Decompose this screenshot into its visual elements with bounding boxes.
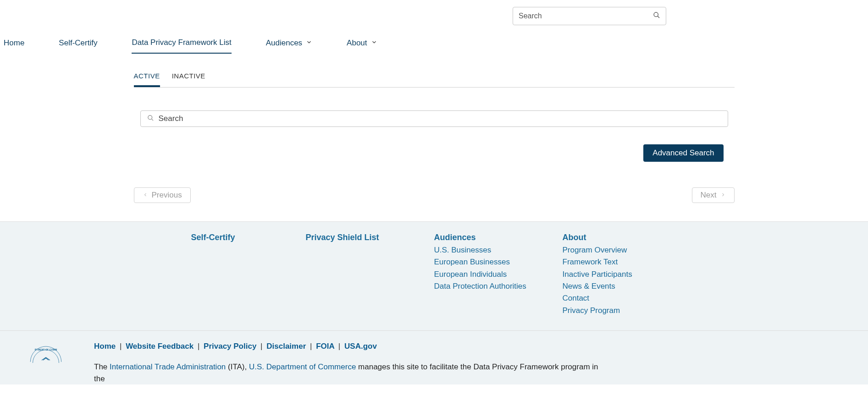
bottom-link-doc[interactable]: U.S. Department of Commerce [249, 362, 356, 371]
footer-link-us-businesses[interactable]: U.S. Businesses [434, 244, 563, 256]
footer-col-privacy-shield: Privacy Shield List [306, 233, 434, 317]
separator: | [310, 342, 312, 351]
svg-line-1 [658, 16, 659, 18]
top-search-input[interactable] [519, 12, 653, 20]
footer-link-contact[interactable]: Contact [563, 292, 677, 304]
footer-col-self-certify: Self-Certify [191, 233, 306, 317]
chevron-down-icon [371, 38, 377, 48]
nav-dpf-list[interactable]: Data Privacy Framework List [132, 38, 231, 54]
chevron-right-icon [720, 191, 726, 200]
bottom-bar: RTMENT OF COMM Home | Website Feedback |… [0, 330, 868, 384]
footer-self-certify-title[interactable]: Self-Certify [191, 233, 306, 242]
bottom-link-privacy-policy[interactable]: Privacy Policy [204, 342, 256, 351]
main-nav: Home Self-Certify Data Privacy Framework… [0, 29, 868, 54]
separator: | [338, 342, 340, 351]
footer-link-news-events[interactable]: News & Events [563, 280, 677, 292]
previous-label: Previous [152, 191, 182, 200]
svg-line-3 [151, 119, 153, 121]
next-button[interactable]: Next [692, 187, 735, 203]
svg-point-0 [654, 12, 658, 16]
footer-privacy-shield-title[interactable]: Privacy Shield List [306, 233, 434, 242]
footer: Self-Certify Privacy Shield List Audienc… [0, 221, 868, 330]
previous-button[interactable]: Previous [134, 187, 191, 203]
bottom-link-usagov[interactable]: USA.gov [344, 342, 377, 351]
svg-point-2 [148, 115, 152, 119]
bottom-link-home[interactable]: Home [94, 342, 116, 351]
bottom-links-row: Home | Website Feedback | Privacy Policy… [94, 342, 598, 351]
bottom-paragraph: The International Trade Administration (… [94, 361, 598, 384]
list-search-input[interactable] [159, 114, 721, 123]
nav-label: About [347, 38, 367, 48]
commerce-seal-icon: RTMENT OF COMM [25, 342, 66, 365]
nav-about[interactable]: About [347, 38, 377, 54]
nav-label: Home [4, 38, 24, 48]
top-search-container[interactable] [513, 7, 666, 25]
nav-audiences[interactable]: Audiences [266, 38, 312, 54]
footer-link-privacy-program[interactable]: Privacy Program [563, 305, 677, 317]
footer-link-european-businesses[interactable]: European Businesses [434, 256, 563, 268]
tab-inactive[interactable]: INACTIVE [172, 66, 205, 87]
search-icon [147, 115, 154, 123]
footer-col-audiences: Audiences U.S. Businesses European Busin… [434, 233, 563, 317]
footer-link-inactive-participants[interactable]: Inactive Participants [563, 269, 677, 280]
bottom-link-ita[interactable]: International Trade Administration [110, 362, 226, 371]
tab-active[interactable]: ACTIVE [134, 66, 160, 87]
footer-link-dpa[interactable]: Data Protection Authorities [434, 280, 563, 292]
separator: | [120, 342, 122, 351]
bottom-link-foia[interactable]: FOIA [316, 342, 334, 351]
footer-about-title: About [563, 233, 677, 242]
footer-link-european-individuals[interactable]: European Individuals [434, 269, 563, 280]
nav-home[interactable]: Home [4, 38, 24, 54]
footer-col-about: About Program Overview Framework Text In… [563, 233, 677, 317]
search-icon[interactable] [653, 11, 660, 21]
separator: | [260, 342, 262, 351]
svg-text:RTMENT OF COMM: RTMENT OF COMM [35, 348, 57, 351]
bottom-link-disclaimer[interactable]: Disclaimer [266, 342, 306, 351]
nav-self-certify[interactable]: Self-Certify [59, 38, 97, 54]
nav-label: Data Privacy Framework List [132, 38, 231, 47]
separator: | [198, 342, 199, 351]
footer-audiences-title: Audiences [434, 233, 563, 242]
status-tabs: ACTIVE INACTIVE [134, 66, 735, 88]
bottom-link-website-feedback[interactable]: Website Feedback [126, 342, 194, 351]
chevron-down-icon [306, 38, 312, 48]
nav-label: Audiences [266, 38, 302, 48]
footer-link-framework-text[interactable]: Framework Text [563, 256, 677, 268]
footer-link-program-overview[interactable]: Program Overview [563, 244, 677, 256]
para-text: (ITA), [226, 362, 249, 371]
para-text: The [94, 362, 110, 371]
nav-label: Self-Certify [59, 38, 97, 48]
list-search-container[interactable] [140, 110, 728, 127]
advanced-search-button[interactable]: Advanced Search [643, 144, 723, 162]
chevron-left-icon [143, 191, 148, 200]
next-label: Next [701, 191, 717, 200]
